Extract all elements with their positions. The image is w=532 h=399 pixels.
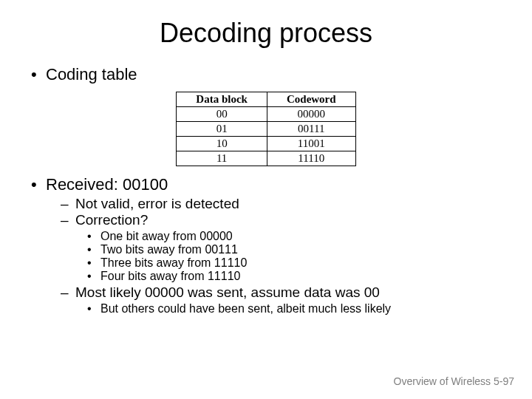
dist-4: Four bits away from 11110 (87, 270, 510, 283)
dist-3: Three bits away from 11110 (87, 256, 510, 270)
bullet-list-lvl1: Coding table (22, 65, 510, 84)
table-row: 00 00000 (177, 107, 355, 122)
table-row: 11 11110 (177, 151, 355, 166)
sub-not-valid: Not valid, error is detected (61, 196, 510, 212)
slide-title: Decoding process (22, 18, 510, 49)
note-others: But others could have been sent, albeit … (87, 302, 510, 316)
bullet-text: Two bits away from 00111 (100, 243, 238, 256)
bullet-text: Coding table (46, 65, 137, 83)
bullet-text: Most likely 00000 was sent, assume data … (75, 284, 380, 300)
cell: 10 (177, 137, 267, 151)
bullet-text: Received: 00100 (46, 175, 168, 194)
bullet-text: One bit away from 00000 (100, 230, 233, 242)
bullet-coding-table: Coding table (34, 65, 510, 84)
table-row: 10 11001 (177, 137, 355, 151)
cell: 00000 (267, 107, 355, 122)
table-header-row: Data block Codeword (177, 92, 355, 107)
bullet-text: Four bits away from 11110 (100, 270, 240, 282)
sub-most-likely: Most likely 00000 was sent, assume data … (61, 284, 510, 316)
cell: 11110 (267, 151, 355, 166)
bullet-text: But others could have been sent, albeit … (100, 302, 391, 315)
table-row: 01 00111 (177, 122, 355, 137)
header-data-block: Data block (177, 92, 267, 107)
bullet-list-lvl3: But others could have been sent, albeit … (61, 302, 510, 316)
bullet-received: Received: 00100 Not valid, error is dete… (34, 175, 510, 316)
cell: 00 (177, 107, 267, 122)
cell: 01 (177, 122, 267, 137)
cell: 11001 (267, 137, 355, 151)
slide-footer: Overview of Wireless 5-97 (394, 375, 514, 387)
dist-2: Two bits away from 00111 (87, 243, 510, 256)
header-codeword: Codeword (267, 92, 355, 107)
bullet-list-lvl1: Received: 00100 Not valid, error is dete… (22, 175, 510, 316)
bullet-list-lvl2: Not valid, error is detected Correction?… (34, 196, 510, 316)
coding-table: Data block Codeword 00 00000 01 00111 10… (176, 92, 355, 166)
cell: 00111 (267, 122, 355, 137)
coding-table-wrap: Data block Codeword 00 00000 01 00111 10… (22, 92, 510, 166)
dist-1: One bit away from 00000 (87, 230, 510, 243)
bullet-text: Not valid, error is detected (75, 196, 239, 211)
bullet-text: Three bits away from 11110 (100, 256, 247, 269)
sub-correction: Correction? One bit away from 00000 Two … (61, 212, 510, 283)
bullet-list-lvl3: One bit away from 00000 Two bits away fr… (61, 230, 510, 283)
cell: 11 (177, 151, 267, 166)
bullet-text: Correction? (75, 212, 148, 228)
